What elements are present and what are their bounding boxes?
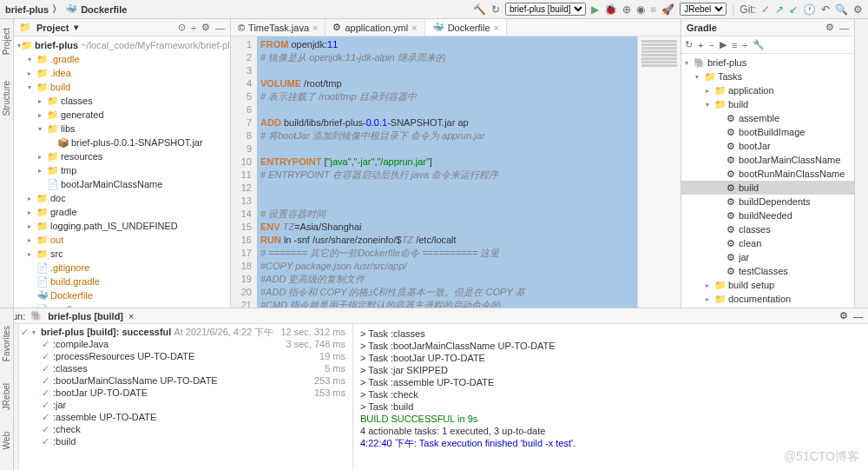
- tree-item[interactable]: 🐳Dockerfile: [14, 288, 230, 302]
- gradle-item[interactable]: ▾🐘brief-plus: [681, 56, 854, 70]
- gradle-item[interactable]: ⚙build: [681, 181, 854, 195]
- jrebel-icon[interactable]: 🚀: [661, 3, 674, 16]
- git-push-icon[interactable]: ↗: [775, 3, 784, 16]
- code-area[interactable]: 123456789101112131415161718192021 FROM o…: [231, 36, 681, 308]
- git-update-icon[interactable]: ↙: [789, 3, 798, 16]
- run-status-row[interactable]: ✓▾ brief-plus [build]: successful At 202…: [21, 326, 351, 338]
- breadcrumb-project[interactable]: brief-plus: [5, 4, 49, 15]
- run-icon[interactable]: ▶: [720, 39, 727, 50]
- project-tree[interactable]: ▾📁 brief-plus ~/local_code/MyFramework/b…: [14, 36, 230, 308]
- gradle-item[interactable]: ⚙assemble: [681, 111, 854, 125]
- tree-item[interactable]: 📦brief-plus-0.0.1-SNAPSHOT.jar: [14, 136, 230, 149]
- run-task-row[interactable]: ✓:compileJava3 sec, 748 ms: [21, 338, 351, 350]
- gradle-item[interactable]: ▾📁Tasks: [681, 70, 854, 83]
- tree-item[interactable]: 📄gradlew: [14, 302, 230, 308]
- sidebar-favorites[interactable]: Favorites: [2, 326, 11, 361]
- run-console[interactable]: > Task :classes> Task :bootJarMainClassN…: [353, 324, 868, 469]
- run-task-row[interactable]: ✓:build: [21, 435, 351, 447]
- gear-icon[interactable]: ⚙: [201, 22, 210, 33]
- sidebar-jrebel[interactable]: JRebel: [2, 383, 11, 410]
- run-config[interactable]: brief-plus [build]: [48, 311, 123, 321]
- gear-icon[interactable]: ⚙: [839, 310, 848, 321]
- run-config-select[interactable]: brief-plus [build]: [505, 3, 586, 16]
- refresh-icon[interactable]: ↻: [685, 39, 693, 50]
- tree-item[interactable]: ▸📁resources: [14, 149, 230, 163]
- run-task-row[interactable]: ✓:bootJar UP-TO-DATE153 ms: [21, 387, 351, 399]
- gradle-item[interactable]: ⚙buildDependents: [681, 195, 854, 209]
- hide-icon[interactable]: —: [215, 23, 225, 33]
- gradle-item[interactable]: ⚙testClasses: [681, 264, 854, 278]
- tree-item[interactable]: ▸📁classes: [14, 94, 230, 108]
- wrench-icon[interactable]: 🔧: [753, 39, 765, 50]
- code-lines[interactable]: FROM openjdk:11# 镜像是从 openjdk:11-jdk-alp…: [257, 36, 637, 308]
- editor-tab[interactable]: 🐳Dockerfile×: [425, 19, 507, 36]
- git-history-icon[interactable]: 🕐: [803, 3, 816, 16]
- plus-icon[interactable]: +: [698, 40, 703, 50]
- run-task-row[interactable]: ✓:assemble UP-TO-DATE: [21, 411, 351, 423]
- tree-item[interactable]: ▾📁.gradle: [14, 52, 230, 66]
- gradle-item[interactable]: ▸📁help: [681, 306, 854, 308]
- editor-tab[interactable]: ⚙application.yml×: [326, 19, 424, 36]
- coverage-icon[interactable]: ⊕: [622, 3, 631, 16]
- minus-icon[interactable]: −: [708, 40, 713, 50]
- gradle-item[interactable]: ⚙bootBuildImage: [681, 125, 854, 139]
- tree-item[interactable]: ▸📁tmp: [14, 163, 230, 177]
- gradle-item[interactable]: ⚙jar: [681, 250, 854, 264]
- tree-item[interactable]: 📄bootJarMainClassName: [14, 177, 230, 191]
- tree-item[interactable]: 📄build.gradle: [14, 275, 230, 288]
- tree-item[interactable]: ▸📁generated: [14, 108, 230, 122]
- tree-item[interactable]: ▸📁logging.path_IS_UNDEFINED: [14, 219, 230, 233]
- sidebar-project[interactable]: Project: [2, 28, 11, 55]
- gradle-item[interactable]: ⚙classes: [681, 222, 854, 236]
- right-sidebar: [854, 19, 868, 308]
- tree-item[interactable]: ▾📁libs: [14, 122, 230, 136]
- gradle-item[interactable]: ⚙buildNeeded: [681, 209, 854, 222]
- profile-icon[interactable]: ◉: [636, 3, 645, 16]
- editor-tab[interactable]: ©TimeTask.java×: [231, 19, 326, 36]
- tree-item[interactable]: ▸📁src: [14, 247, 230, 261]
- gradle-item[interactable]: ▾📁build: [681, 97, 854, 111]
- hide-icon[interactable]: —: [853, 311, 863, 321]
- hammer-icon[interactable]: 🔨: [473, 3, 486, 16]
- gradle-item[interactable]: ▸📁documentation: [681, 292, 854, 306]
- tree-item[interactable]: 📄.gitignore: [14, 261, 230, 275]
- collapse-icon[interactable]: ÷: [742, 40, 747, 50]
- run-icon[interactable]: ▶: [591, 3, 599, 16]
- gradle-item[interactable]: ⚙bootJarMainClassName: [681, 153, 854, 167]
- collapse-icon[interactable]: ÷: [191, 23, 196, 33]
- git-rollback-icon[interactable]: ↶: [821, 3, 830, 16]
- run-task-row[interactable]: ✓:jar: [21, 399, 351, 411]
- run-task-row[interactable]: ✓:processResources UP-TO-DATE19 ms: [21, 350, 351, 362]
- gear-icon[interactable]: ⚙: [825, 22, 834, 33]
- run-task-row[interactable]: ✓:check: [21, 423, 351, 435]
- search-icon[interactable]: 🔍: [835, 3, 848, 16]
- tree-root[interactable]: ▾📁 brief-plus ~/local_code/MyFramework/b…: [14, 38, 230, 52]
- tree-item[interactable]: ▸📁out: [14, 233, 230, 247]
- tree-item[interactable]: ▸📁gradle: [14, 205, 230, 219]
- gradle-item[interactable]: ⚙bootRunMainClassName: [681, 167, 854, 181]
- gradle-tree[interactable]: ▾🐘brief-plus▾📁Tasks▸📁application▾📁build⚙…: [681, 54, 854, 308]
- gradle-item[interactable]: ▸📁application: [681, 83, 854, 97]
- sidebar-web[interactable]: Web: [2, 432, 11, 449]
- gradle-item[interactable]: ⚙bootJar: [681, 139, 854, 153]
- gradle-item[interactable]: ▸📁build setup: [681, 278, 854, 292]
- hide-icon[interactable]: —: [839, 23, 849, 33]
- tree-item[interactable]: ▸📁.idea: [14, 66, 230, 80]
- gradle-item[interactable]: ⚙clean: [681, 236, 854, 250]
- stop-icon[interactable]: ■: [650, 3, 656, 16]
- run-task-tree[interactable]: ✓▾ brief-plus [build]: successful At 202…: [19, 324, 353, 469]
- run-task-row[interactable]: ✓:classes5 ms: [21, 362, 351, 374]
- expand-icon[interactable]: ≡: [732, 40, 737, 50]
- sidebar-structure[interactable]: Structure: [2, 81, 11, 116]
- settings-icon[interactable]: ⚙: [853, 3, 863, 16]
- sync-icon[interactable]: ↻: [491, 3, 500, 16]
- tree-item[interactable]: ▸📁doc: [14, 191, 230, 205]
- git-commit-icon[interactable]: ✓: [761, 3, 770, 16]
- run-task-row[interactable]: ✓:bootJarMainClassName UP-TO-DATE253 ms: [21, 374, 351, 387]
- breadcrumb-file[interactable]: Dockerfile: [81, 4, 127, 15]
- jrebel-select[interactable]: JRebel: [680, 3, 727, 16]
- minimap[interactable]: [637, 36, 681, 308]
- locate-icon[interactable]: ⊙: [178, 22, 186, 33]
- tree-item[interactable]: ▾📁build: [14, 80, 230, 94]
- bug-icon[interactable]: 🐞: [604, 3, 617, 16]
